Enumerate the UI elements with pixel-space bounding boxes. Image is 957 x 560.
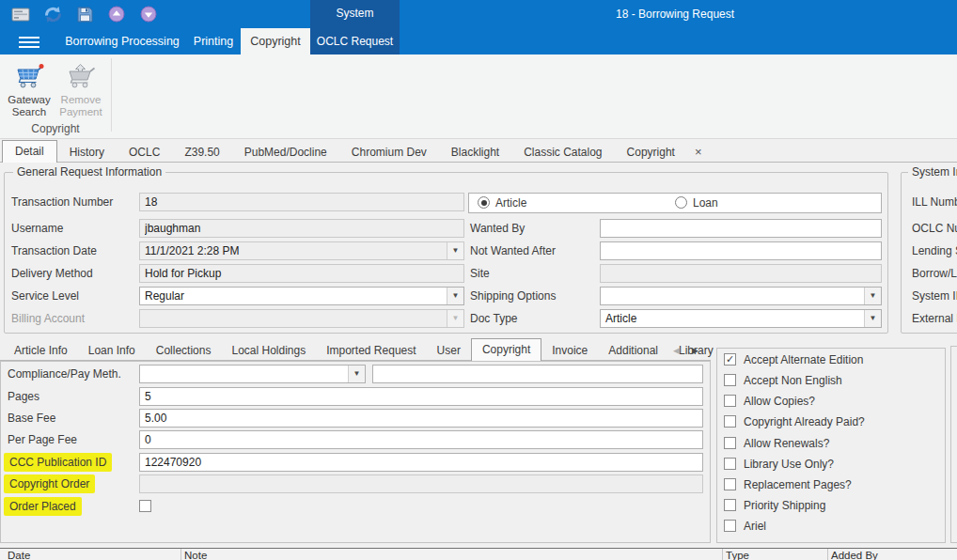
username-label: Username: [11, 219, 63, 238]
priority-shipping-label: Priority Shipping: [744, 496, 825, 515]
tab-blacklight[interactable]: Blacklight: [439, 142, 511, 163]
ariel-label: Ariel: [744, 517, 766, 536]
detail-tabstrip: Article Info Loan Info Collections Local…: [0, 340, 709, 361]
ccc-publication-id-label: CCC Publication ID: [4, 453, 112, 472]
chevron-down-icon[interactable]: ▼: [864, 288, 881, 304]
delivery-method-field[interactable]: [139, 264, 464, 283]
wanted-by-field[interactable]: [600, 219, 882, 238]
move-down-icon[interactable]: [137, 5, 160, 23]
oclc-number-label: OCLC Numb: [912, 219, 957, 238]
menu-hamburger-icon[interactable]: [19, 37, 39, 48]
accept-non-english-checkbox[interactable]: [724, 374, 736, 386]
transaction-date-field[interactable]: ▼: [139, 241, 464, 260]
notes-col-divider: [722, 549, 723, 560]
tab-imported-request[interactable]: Imported Request: [316, 340, 426, 361]
system-info-legend: System Inf: [908, 165, 957, 179]
tab-loan-info[interactable]: Loan Info: [78, 340, 146, 361]
tab-local-holdings[interactable]: Local Holdings: [221, 340, 316, 361]
tab-pubmed-docline[interactable]: PubMed/Docline: [232, 142, 339, 163]
tab-copyright-detail[interactable]: Copyright: [471, 338, 541, 361]
base-fee-field[interactable]: [139, 409, 703, 428]
tab-user[interactable]: User: [427, 340, 471, 361]
tab-chromium-dev[interactable]: Chromium Dev: [339, 142, 439, 163]
article-radio[interactable]: [478, 196, 490, 209]
article-radio-label: Article: [495, 194, 526, 212]
order-placed-checkbox[interactable]: [139, 500, 151, 512]
move-up-icon[interactable]: [105, 5, 128, 23]
replacement-pages-checkbox[interactable]: [724, 478, 736, 490]
username-field[interactable]: [139, 219, 464, 238]
ariel-checkbox[interactable]: [724, 520, 736, 532]
contextual-tab-group: System OCLC Request: [310, 0, 400, 54]
transaction-number-field[interactable]: [139, 193, 464, 211]
tab-article-info[interactable]: Article Info: [4, 340, 78, 361]
delivery-method-label: Delivery Method: [11, 264, 93, 283]
tab-scroll-left-icon[interactable]: ◀: [673, 346, 680, 355]
accept-alternate-edition-label: Accept Alternate Edition: [744, 350, 863, 369]
ribbon-tab-printing[interactable]: Printing: [186, 28, 241, 54]
general-info-legend: General Request Information: [13, 165, 165, 179]
notes-col-note[interactable]: Note: [184, 550, 207, 560]
site-field[interactable]: [600, 264, 882, 283]
ribbon-tab-oclc-request[interactable]: OCLC Request: [310, 28, 400, 54]
chevron-down-icon[interactable]: ▼: [348, 366, 365, 382]
remove-payment-button[interactable]: Remove Payment: [55, 57, 106, 125]
ccc-publication-id-field[interactable]: [139, 453, 703, 472]
shipping-options-dropdown[interactable]: ▼: [600, 287, 882, 305]
library-use-only-label: Library Use Only?: [744, 455, 834, 474]
tab-collections[interactable]: Collections: [146, 340, 222, 361]
copyright-order-field[interactable]: [139, 474, 703, 493]
ribbon-group-label: Copyright: [0, 122, 111, 135]
priority-shipping-checkbox[interactable]: [724, 499, 736, 511]
copyright-already-paid-label: Copyright Already Paid?: [744, 412, 865, 431]
system-id-label: System ID: [912, 287, 957, 305]
gateway-search-button[interactable]: Gateway Search: [4, 57, 55, 125]
base-fee-label: Base Fee: [8, 409, 55, 428]
notes-col-date[interactable]: Date: [8, 550, 30, 560]
loan-radio[interactable]: [675, 196, 687, 209]
tab-copyright[interactable]: Copyright: [615, 142, 687, 163]
wanted-by-label: Wanted By: [470, 219, 525, 238]
accept-alternate-edition-checkbox[interactable]: ✓: [724, 353, 736, 366]
tab-scroll-right-icon[interactable]: ▶: [692, 346, 698, 355]
per-page-fee-label: Per Page Fee: [8, 430, 77, 449]
tab-history[interactable]: History: [57, 142, 117, 163]
chevron-down-icon[interactable]: ▼: [447, 242, 463, 259]
transaction-number-label: Transaction Number: [11, 193, 113, 211]
per-page-fee-field[interactable]: [139, 430, 703, 449]
allow-copies-checkbox[interactable]: [724, 395, 736, 407]
allow-renewals-checkbox[interactable]: [724, 437, 736, 449]
tab-invoice[interactable]: Invoice: [541, 340, 598, 361]
doc-type-dropdown[interactable]: ▼: [600, 309, 882, 328]
service-level-dropdown[interactable]: ▼: [139, 287, 464, 305]
compliance-extra-field[interactable]: [372, 365, 703, 383]
tab-detail[interactable]: Detail: [2, 140, 57, 163]
refresh-icon[interactable]: [41, 5, 64, 23]
ribbon-tab-copyright[interactable]: Copyright: [241, 28, 310, 54]
compliance-pay-meth-dropdown[interactable]: ▼: [139, 365, 366, 383]
library-use-only-checkbox[interactable]: [724, 458, 736, 470]
tab-classic-catalog[interactable]: Classic Catalog: [511, 142, 614, 163]
pages-label: Pages: [8, 387, 39, 406]
allow-renewals-label: Allow Renewals?: [744, 434, 829, 453]
billing-account-dropdown[interactable]: ▼: [139, 309, 464, 328]
tab-close-icon[interactable]: ×: [687, 142, 710, 163]
chevron-down-icon[interactable]: ▼: [864, 310, 881, 327]
title-bar: 18 - Borrowing Request Borrowing Process…: [0, 0, 957, 54]
ribbon-group-separator: [111, 58, 112, 132]
notes-col-type[interactable]: Type: [726, 550, 749, 560]
tab-oclc[interactable]: OCLC: [117, 142, 172, 163]
clipped-right-panel: [950, 346, 957, 543]
ribbon-tab-borrowing-processing[interactable]: Borrowing Processing: [58, 28, 186, 54]
accept-non-english-label: Accept Non English: [744, 371, 842, 390]
form-window-icon[interactable]: [9, 5, 32, 23]
chevron-down-icon[interactable]: ▼: [447, 288, 463, 304]
copyright-already-paid-checkbox[interactable]: [724, 415, 736, 428]
borrow-lend-label: Borrow/Len: [912, 264, 957, 283]
tab-z3950[interactable]: Z39.50: [172, 142, 231, 163]
notes-col-added-by[interactable]: Added By: [831, 550, 878, 560]
save-icon[interactable]: [73, 5, 96, 23]
tab-additional[interactable]: Additional: [598, 340, 668, 361]
not-wanted-after-field[interactable]: [600, 241, 882, 260]
pages-field[interactable]: [139, 387, 703, 406]
